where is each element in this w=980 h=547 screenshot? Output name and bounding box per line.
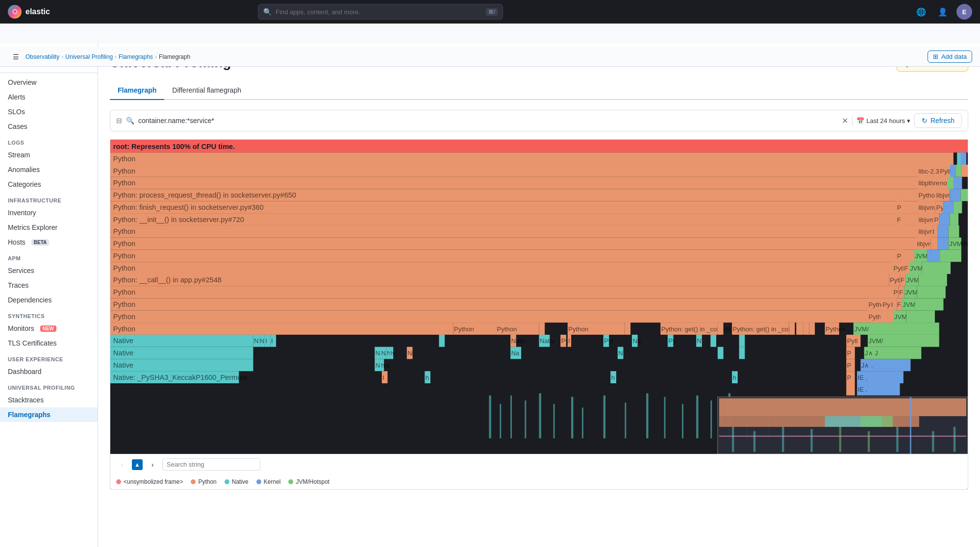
sidebar-item-cases[interactable]: Cases: [0, 119, 98, 134]
date-picker-button[interactable]: 📅 Last 24 hours ▾: [856, 117, 910, 124]
tab-flamegraph[interactable]: Flamegraph: [110, 81, 164, 100]
breadcrumb-universal-profiling[interactable]: Universal Profiling: [65, 53, 113, 60]
flamegraph-svg[interactable]: root: Represents 100% of CPU time. Pytho…: [110, 140, 968, 454]
svg-rect-6: [110, 165, 954, 177]
sidebar-item-dependencies[interactable]: Dependencies: [0, 293, 98, 307]
hamburger-menu[interactable]: ☰: [8, 49, 24, 65]
sidebar-item-alerts[interactable]: Alerts: [0, 90, 98, 104]
svg-text:N: N: [260, 337, 264, 345]
svg-text:Na: Na: [632, 337, 641, 345]
refresh-button[interactable]: ↻ Refresh: [914, 113, 962, 128]
sidebar-item-services[interactable]: Services: [0, 263, 98, 278]
svg-text:Python: Python: [454, 325, 474, 333]
svg-rect-101: [917, 286, 946, 298]
svg-text:Python: Python: [113, 167, 135, 175]
sidebar: 📊 Observability Overview Alerts SLOs Cas…: [0, 43, 98, 547]
svg-text:N: N: [618, 349, 623, 357]
sidebar-item-traces[interactable]: Traces: [0, 278, 98, 293]
sidebar-item-slos[interactable]: SLOs: [0, 104, 98, 119]
svg-text:no: no: [940, 179, 947, 187]
global-search-bar[interactable]: 🔍 ⌘/: [258, 4, 503, 20]
svg-text:Python: Python: [113, 325, 135, 333]
next-button[interactable]: ›: [147, 459, 158, 471]
sidebar-item-stacktraces[interactable]: Stacktraces: [0, 393, 98, 407]
sidebar-item-metrics-explorer[interactable]: Metrics Explorer: [0, 220, 98, 235]
avatar[interactable]: E: [956, 4, 972, 20]
svg-rect-102: [110, 298, 896, 311]
svg-text:Native: _PySHA3_KeccakP1600_Pe: Native: _PySHA3_KeccakP1600_Permute: [113, 373, 248, 381]
svg-text:Python: Python: [113, 288, 135, 296]
sidebar-item-monitors[interactable]: Monitors NEW: [0, 321, 98, 336]
sidebar-item-dependencies-label: Dependencies: [8, 296, 52, 304]
filter-icon[interactable]: ⊟: [116, 117, 122, 124]
sidebar-item-inventory-label: Inventory: [8, 209, 36, 217]
help-icon[interactable]: 🌐: [913, 4, 929, 20]
svg-rect-252: [860, 416, 893, 427]
svg-text:P: P: [897, 204, 902, 211]
breadcrumb-flamegraph: Flamegraph: [159, 53, 190, 60]
svg-rect-136: [718, 323, 724, 335]
svg-text:I: I: [271, 337, 273, 345]
add-data-button[interactable]: ⊞ Add data: [928, 50, 972, 63]
svg-rect-59: [110, 238, 929, 250]
legend-label-jvm: JVM/Hotspot: [296, 478, 329, 485]
legend-jvm: JVM/Hotspot: [288, 478, 329, 485]
sidebar-item-stream[interactable]: Stream: [0, 148, 98, 162]
svg-text:I: I: [265, 337, 267, 345]
svg-text:P: P: [847, 362, 852, 369]
sidebar-item-dashboard-label: Dashboard: [8, 368, 42, 375]
filter-query-input[interactable]: [138, 117, 838, 124]
global-search-input[interactable]: [276, 8, 482, 16]
svg-rect-92: [918, 274, 947, 286]
sidebar-item-tls-certs[interactable]: TLS Certificates: [0, 336, 98, 350]
svg-rect-5: [960, 152, 966, 165]
svg-rect-67: [110, 249, 925, 262]
sidebar-item-anomalies[interactable]: Anomalies: [0, 162, 98, 177]
sidebar-item-categories[interactable]: Categories: [0, 177, 98, 192]
svg-text:Python: Python: [113, 227, 135, 235]
svg-rect-237: [582, 408, 583, 439]
svg-text:h: h: [381, 362, 384, 369]
breadcrumb-observability[interactable]: Observability: [25, 53, 59, 60]
svg-rect-130: [539, 323, 545, 335]
svg-text:IE .: IE .: [858, 386, 868, 393]
svg-rect-249: [719, 398, 966, 416]
svg-rect-243: [696, 396, 698, 438]
sidebar-item-inventory[interactable]: Inventory: [0, 205, 98, 220]
tab-differential-flamegraph[interactable]: Differential flamegraph: [164, 81, 249, 100]
svg-text:h: h: [426, 374, 429, 381]
sidebar-item-dashboard[interactable]: Dashboard: [0, 364, 98, 379]
monitors-new-badge: NEW: [40, 325, 56, 332]
svg-text:P: P: [847, 374, 852, 381]
svg-rect-257: [839, 427, 841, 452]
legend-label-unsymbolized: <unsymbolized frame>: [124, 478, 183, 485]
svg-rect-240: [646, 393, 648, 438]
search-string-input[interactable]: [162, 458, 260, 471]
svg-text:root: Represents 100% of CPU t: root: Represents 100% of CPU time.: [113, 143, 235, 150]
svg-rect-239: [625, 402, 626, 438]
sidebar-item-hosts[interactable]: Hosts BETA: [0, 235, 98, 249]
sidebar-item-overview[interactable]: Overview: [0, 75, 98, 90]
legend-label-kernel: Kernel: [264, 478, 281, 485]
svg-rect-51: [110, 225, 932, 238]
up-button[interactable]: ▲: [132, 459, 143, 470]
user-profile-icon[interactable]: 👤: [935, 4, 951, 20]
flamegraph-nav-bar: ‹ ▲ ›: [110, 454, 968, 474]
sidebar-item-flamegraphs[interactable]: Flamegraphs: [0, 407, 98, 422]
filter-clear-button[interactable]: ✕: [842, 116, 848, 125]
breadcrumb-flamegraphs[interactable]: Flamegraphs: [119, 53, 153, 60]
sidebar-section-user-experience: User Experience: [0, 350, 98, 364]
svg-rect-230: [489, 396, 491, 438]
sidebar-item-categories-label: Categories: [8, 180, 41, 188]
svg-rect-2: [110, 152, 954, 165]
flamegraph-container[interactable]: root: Represents 100% of CPU time. Pytho…: [110, 139, 968, 490]
prev-button[interactable]: ‹: [116, 459, 128, 471]
svg-text:Python: process_request_thread: Python: process_request_thread() in sock…: [113, 191, 296, 199]
legend-dot-python: [191, 479, 196, 484]
svg-rect-236: [571, 397, 573, 439]
elastic-logo[interactable]: ⬡ elastic: [8, 5, 50, 19]
flamegraph-inner: root: Represents 100% of CPU time. Pytho…: [110, 140, 968, 454]
svg-text:Python: __init__() in socketse: Python: __init__() in socketserver.py#72…: [113, 216, 244, 224]
refresh-icon: ↻: [922, 117, 928, 124]
main-layout: 📊 Observability Overview Alerts SLOs Cas…: [0, 43, 980, 547]
